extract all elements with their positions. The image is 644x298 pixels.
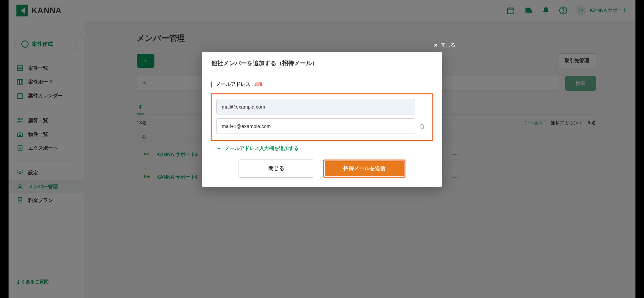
- invite-modal: 他社メンバーを追加する（招待メール） メールアドレス 必須: [202, 52, 442, 187]
- modal-close-button[interactable]: 閉じる: [239, 160, 314, 178]
- required-tag: 必須: [254, 82, 262, 87]
- add-email-label: メールアドレス入力欄を追加する: [225, 145, 299, 152]
- add-email-button[interactable]: ＋ メールアドレス入力欄を追加する: [217, 145, 433, 152]
- trash-icon[interactable]: [419, 123, 428, 129]
- email-field-label: メールアドレス: [216, 81, 250, 87]
- send-invite-button[interactable]: 招待メールを送信: [325, 161, 404, 176]
- email-input-1[interactable]: [216, 99, 415, 114]
- close-icon: ✕: [434, 42, 438, 48]
- send-button-highlight: 招待メールを送信: [323, 160, 405, 178]
- modal-title: 他社メンバーを追加する（招待メール）: [211, 59, 433, 67]
- plus-icon: ＋: [217, 145, 221, 152]
- modal-close-top-label: 閉じる: [441, 42, 455, 48]
- modal-close-top-button[interactable]: ✕ 閉じる: [434, 42, 455, 48]
- email-inputs-highlight: [211, 93, 433, 141]
- email-input-2[interactable]: [216, 118, 415, 134]
